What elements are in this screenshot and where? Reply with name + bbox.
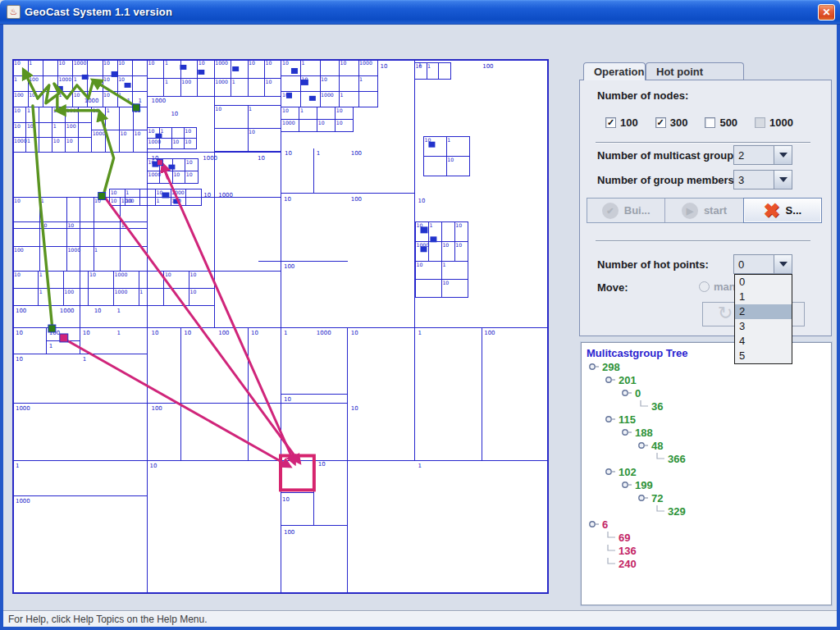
svg-text:1: 1 (39, 272, 43, 277)
tree-branch-handle-icon[interactable] (588, 361, 600, 372)
tree-node-366[interactable]: 366 (654, 452, 686, 465)
tree-node-188[interactable]: 188 (621, 426, 653, 439)
checkbox-icon[interactable] (705, 117, 715, 128)
dropdown-option-5[interactable]: 5 (735, 349, 792, 363)
svg-text:10: 10 (16, 330, 23, 336)
svg-text:10: 10 (14, 272, 21, 277)
dropdown-option-4[interactable]: 4 (735, 334, 792, 349)
svg-text:10: 10 (111, 198, 117, 203)
dropdown-option-3[interactable]: 3 (735, 319, 792, 334)
checkbox-icon[interactable] (755, 117, 765, 128)
svg-text:10: 10 (14, 60, 21, 66)
svg-text:10: 10 (58, 60, 65, 66)
tree-node-48[interactable]: 48 (637, 439, 663, 452)
stop-button[interactable]: ✖S... (744, 199, 821, 222)
tree-branch-handle-icon[interactable] (621, 387, 632, 399)
tree-branch-handle-icon[interactable] (605, 466, 616, 477)
dropdown-option-1[interactable]: 1 (735, 290, 792, 304)
tree-node-136[interactable]: 136 (605, 544, 637, 557)
tree-node-label: 240 (619, 558, 637, 570)
svg-text:10: 10 (455, 242, 462, 248)
checkbox-icon[interactable]: ✓ (655, 117, 666, 128)
svg-text:1: 1 (165, 60, 168, 66)
tree-node-240[interactable]: 240 (605, 557, 637, 570)
svg-text:1000: 1000 (282, 120, 295, 126)
hot-points-combo[interactable]: 0 (733, 254, 792, 274)
tree-branch-handle-icon[interactable] (637, 440, 649, 451)
hot-points-value: 0 (738, 258, 744, 271)
dropdown-option-0[interactable]: 0 (735, 275, 792, 290)
tree-node-69[interactable]: 69 (605, 531, 630, 544)
tree-node-label: 6 (602, 518, 608, 531)
svg-text:1000: 1000 (60, 308, 75, 314)
start-button[interactable]: ▶start (665, 199, 743, 222)
svg-text:10: 10 (336, 120, 343, 126)
checkbox-icon[interactable]: ✓ (605, 117, 616, 128)
tree-branch-handle-icon[interactable] (621, 427, 632, 438)
tree-node-label: 201 (619, 374, 637, 386)
svg-text:10: 10 (148, 128, 154, 134)
tree-node-199[interactable]: 199 (621, 478, 653, 491)
multicast-groups-combo[interactable]: 2 (733, 145, 792, 165)
tree-node-label: 188 (635, 427, 653, 439)
group-members-label: Number of group members: (597, 174, 737, 186)
tree-node-298[interactable]: 298 (588, 360, 620, 373)
tree-branch-handle-icon[interactable] (637, 492, 649, 504)
svg-text:1: 1 (442, 262, 445, 267)
quadtree-map[interactable]: 1011010001010110010001101010010110101101… (13, 60, 548, 593)
map-canvas[interactable]: 1011010001010110010001101010010110101101… (12, 59, 549, 594)
svg-text:10: 10 (66, 138, 73, 144)
build-button[interactable]: ✔Bui... (587, 199, 665, 222)
tree-node-72[interactable]: 72 (637, 491, 663, 504)
svg-text:10: 10 (442, 280, 449, 285)
button-label: Bui... (624, 204, 651, 217)
combo-arrow-icon[interactable] (774, 255, 792, 273)
tree-node-36[interactable]: 36 (637, 399, 663, 413)
move-manual-radio[interactable] (699, 281, 710, 292)
svg-text:100: 100 (64, 289, 74, 294)
checkbox-label: 300 (670, 116, 688, 129)
node-count-checkbox-1000[interactable]: 1000 (755, 116, 793, 129)
tree-node-115[interactable]: 115 (605, 413, 636, 426)
svg-text:1: 1 (427, 63, 431, 69)
svg-text:10: 10 (27, 123, 34, 129)
svg-text:1000: 1000 (58, 76, 71, 82)
group-members-combo[interactable]: 3 (733, 170, 792, 189)
svg-text:10: 10 (89, 272, 96, 277)
tree-branch-handle-icon[interactable] (605, 413, 616, 425)
tree-node-201[interactable]: 201 (605, 373, 637, 386)
svg-text:100: 100 (482, 63, 493, 70)
tree-node-102[interactable]: 102 (605, 465, 637, 478)
tree-branch-handle-icon[interactable] (605, 374, 616, 386)
combo-arrow-icon[interactable] (774, 146, 792, 164)
tree-branch-handle-icon[interactable] (621, 479, 632, 491)
svg-text:100: 100 (66, 123, 76, 129)
tree-leaf-connector-icon (605, 545, 616, 556)
dropdown-option-2[interactable]: 2 (735, 304, 792, 319)
tree-node-329[interactable]: 329 (654, 504, 686, 518)
node-count-checkbox-100[interactable]: ✓100 (605, 116, 638, 129)
svg-text:1: 1 (117, 330, 121, 336)
combo-arrow-icon[interactable] (774, 171, 792, 189)
group-members-value: 3 (738, 174, 744, 186)
svg-text:10: 10 (266, 79, 272, 84)
svg-text:10: 10 (171, 111, 178, 117)
svg-text:1: 1 (29, 60, 32, 66)
title-bar: ♨ GeoCast System 1.1 version ✕ (0, 0, 840, 25)
tree-node-label: 298 (602, 361, 620, 373)
window-title: GeoCast System 1.1 version (25, 6, 172, 18)
node-count-checkbox-500[interactable]: 500 (705, 116, 737, 129)
svg-text:10: 10 (148, 60, 154, 66)
tree-node-0[interactable]: 0 (621, 386, 641, 399)
tree-branch-handle-icon[interactable] (588, 518, 600, 530)
node-count-checkbox-300[interactable]: ✓300 (655, 116, 688, 129)
tree-node-6[interactable]: 6 (588, 518, 608, 531)
svg-text:10: 10 (418, 198, 425, 204)
svg-text:10: 10 (442, 242, 449, 248)
tab-hot-point-position[interactable]: Hot point position (646, 62, 744, 80)
close-button[interactable]: ✕ (818, 4, 835, 21)
svg-text:10: 10 (118, 76, 125, 82)
tab-operation[interactable]: Operation (583, 62, 646, 80)
svg-text:10: 10 (284, 196, 291, 203)
tree-node-label: 136 (619, 545, 637, 557)
